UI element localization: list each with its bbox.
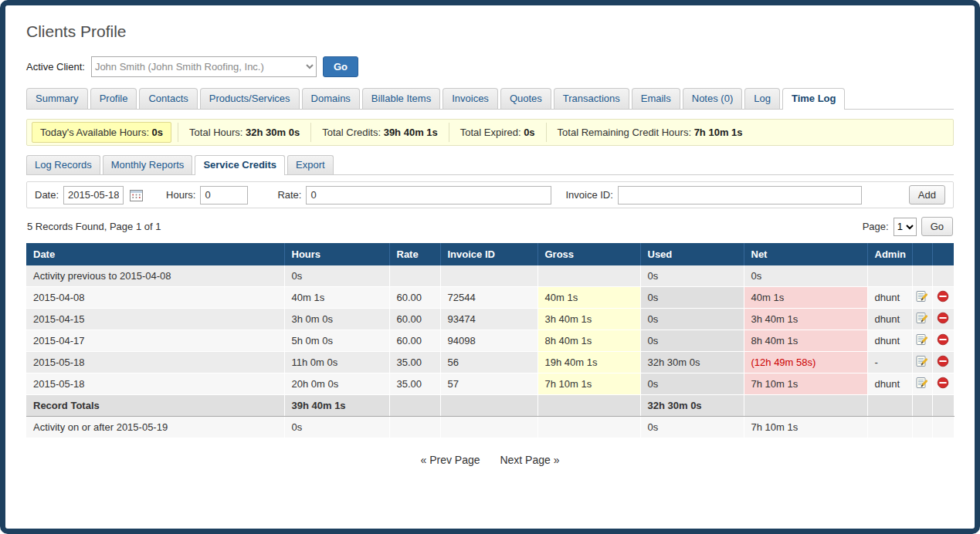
column-header-blank [912, 243, 932, 265]
invoice-id-label: Invoice ID: [565, 189, 612, 201]
column-header-rate: Rate [389, 243, 440, 265]
summary-item-total-remaining-credit-hours: Total Remaining Credit Hours: 7h 10m 1s [546, 123, 754, 142]
edit-credit-icon[interactable] [916, 333, 928, 346]
delete-credit-icon[interactable] [937, 312, 949, 324]
cell-delete-action [932, 395, 954, 417]
cell-admin: dhunt [867, 330, 912, 352]
table-row-data: 2015-04-153h 0m 0s60.00934743h 40m 1s0s3… [26, 309, 954, 330]
edit-credit-icon[interactable] [916, 312, 928, 324]
delete-credit-icon[interactable] [937, 377, 949, 389]
cell-edit-action [912, 330, 932, 352]
column-header-admin: Admin [867, 243, 912, 265]
page-go-button[interactable]: Go [921, 217, 953, 236]
summary-bar: Today's Available Hours: 0sTotal Hours: … [26, 119, 954, 146]
client-go-button[interactable]: Go [323, 56, 358, 77]
date-label: Date: [35, 189, 59, 201]
cell-delete-action [932, 265, 954, 287]
cell-admin [867, 265, 912, 287]
cell-used: 0s [640, 287, 744, 309]
rate-input[interactable] [306, 186, 551, 204]
hours-input[interactable] [200, 186, 248, 204]
cell-date: 2015-05-18 [26, 352, 284, 373]
tab-notes-0[interactable]: Notes (0) [683, 88, 742, 109]
cell-delete-action [932, 417, 954, 438]
cell-hours: 20h 0m 0s [284, 373, 389, 395]
cell-hours: 39h 40m 1s [284, 395, 389, 417]
cell-net: 8h 40m 1s [744, 330, 867, 352]
subtab-monthly-reports[interactable]: Monthly Reports [103, 155, 193, 174]
cell-net: (12h 49m 58s) [744, 352, 867, 373]
subtab-log-records[interactable]: Log Records [26, 155, 100, 174]
tab-emails[interactable]: Emails [632, 88, 680, 109]
cell-date: Activity on or after 2015-05-19 [26, 417, 284, 438]
cell-used: 0s [640, 417, 744, 438]
calendar-icon[interactable] [130, 189, 143, 201]
cell-admin: dhunt [867, 309, 912, 330]
delete-credit-icon[interactable] [937, 290, 949, 302]
tab-products-services[interactable]: Products/Services [200, 88, 300, 109]
table-header-row: DateHoursRateInvoice IDGrossUsedNetAdmin [26, 243, 954, 265]
tab-profile[interactable]: Profile [90, 88, 137, 109]
cell-invoice-id: 56 [440, 352, 537, 373]
cell-admin: dhunt [867, 287, 912, 309]
cell-admin [867, 417, 912, 438]
page-select[interactable]: 1 [894, 218, 917, 236]
tab-log[interactable]: Log [744, 88, 780, 109]
cell-delete-action [932, 373, 954, 395]
next-page-link[interactable]: Next Page » [500, 454, 559, 466]
tab-transactions[interactable]: Transactions [554, 88, 629, 109]
cell-gross [537, 417, 640, 438]
tab-domains[interactable]: Domains [302, 88, 360, 109]
cell-net [744, 395, 867, 417]
edit-credit-icon[interactable] [916, 290, 928, 302]
column-header-gross: Gross [537, 243, 640, 265]
column-header-invoice-id: Invoice ID [440, 243, 537, 265]
table-row-data: 2015-04-175h 0m 0s60.00940988h 40m 1s0s8… [26, 330, 954, 352]
cell-hours: 5h 0m 0s [284, 330, 389, 352]
add-button[interactable]: Add [909, 185, 945, 204]
tab-summary[interactable]: Summary [26, 88, 88, 109]
cell-date: Activity previous to 2015-04-08 [26, 265, 284, 287]
records-summary: 5 Records Found, Page 1 of 1 [27, 221, 161, 232]
tab-time-log[interactable]: Time Log [782, 88, 846, 110]
page-label: Page: [863, 221, 889, 232]
edit-credit-icon[interactable] [916, 355, 928, 367]
tab-invoices[interactable]: Invoices [443, 88, 498, 109]
cell-gross: 3h 40m 1s [537, 309, 640, 330]
summary-item-total-hours: Total Hours: 32h 30m 0s [178, 123, 310, 142]
cell-edit-action [912, 373, 932, 395]
cell-rate: 60.00 [389, 330, 440, 352]
date-input[interactable] [63, 186, 124, 204]
cell-invoice-id: 57 [440, 373, 537, 395]
cell-gross: 8h 40m 1s [537, 330, 640, 352]
delete-credit-icon[interactable] [937, 355, 949, 367]
cell-hours: 3h 0m 0s [284, 309, 389, 330]
cell-hours: 11h 0m 0s [284, 352, 389, 373]
invoice-id-input[interactable] [618, 186, 862, 204]
tab-billable-items[interactable]: Billable Items [362, 88, 440, 109]
page-frame: Clients Profile Active Client: John Smit… [0, 0, 980, 534]
cell-net: 3h 40m 1s [744, 309, 867, 330]
records-row: 5 Records Found, Page 1 of 1 Page: 1 Go [27, 217, 953, 236]
pagination: « Prev Page Next Page » [26, 454, 954, 466]
prev-page-link[interactable]: « Prev Page [420, 454, 480, 466]
tab-contacts[interactable]: Contacts [139, 88, 197, 109]
cell-rate: 35.00 [389, 373, 440, 395]
edit-credit-icon[interactable] [916, 377, 928, 389]
cell-used: 0s [640, 265, 744, 287]
cell-edit-action [912, 352, 932, 373]
active-client-select[interactable]: John Smith (John Smith Roofing, Inc.) [91, 56, 317, 77]
cell-invoice-id [440, 395, 537, 417]
cell-gross [537, 265, 640, 287]
subtab-export[interactable]: Export [287, 155, 334, 174]
cell-used: 0s [640, 309, 744, 330]
delete-credit-icon[interactable] [937, 333, 949, 346]
cell-rate: 35.00 [389, 352, 440, 373]
table-row-totals: Record Totals39h 40m 1s32h 30m 0s [26, 395, 954, 417]
tab-quotes[interactable]: Quotes [500, 88, 551, 109]
tab-bar: SummaryProfileContactsProducts/ServicesD… [26, 88, 954, 110]
table-body: Activity previous to 2015-04-080s0s0s201… [26, 265, 954, 438]
cell-date: 2015-05-18 [26, 373, 284, 395]
subtab-service-credits[interactable]: Service Credits [195, 155, 285, 175]
cell-edit-action [912, 265, 932, 287]
